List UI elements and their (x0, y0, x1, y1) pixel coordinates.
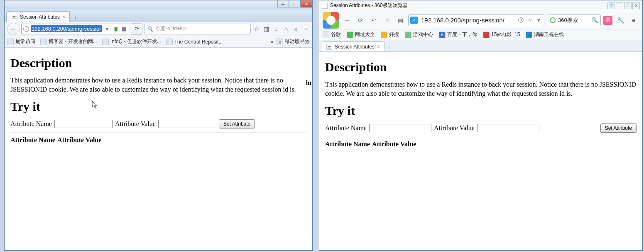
downloads-icon[interactable]: ↓ (272, 26, 280, 32)
bookmark-item[interactable]: 最常访问 (7, 38, 35, 45)
tab-close-icon[interactable]: × (62, 14, 65, 20)
window-controls: — □ ✕ (277, 0, 312, 7)
search-icon[interactable]: 🔍 (591, 17, 598, 23)
search-icon: 🔍 (147, 26, 153, 32)
menu-icon[interactable]: ≡ (302, 26, 310, 32)
bookmark-item[interactable]: ▯移动版书签 (277, 38, 310, 45)
bookmark-icon: B (439, 32, 446, 38)
skin-button[interactable]: 👕 (607, 2, 615, 9)
minimize-button[interactable]: — (616, 2, 623, 9)
tab-title: Session Attributes (335, 44, 375, 50)
col-name: Attribute Name (325, 141, 370, 148)
attr-name-label: Attribute Name (325, 124, 367, 132)
heading-description: Description (325, 60, 637, 74)
home-button[interactable]: ▤ (395, 15, 406, 26)
search-placeholder: 百度 <Ctrl+K> (155, 25, 186, 32)
tab-close-icon[interactable]: × (377, 44, 380, 50)
address-bar[interactable]: ✓ ⓔ ☆ ▾ (408, 15, 544, 26)
heading-description: Description (10, 56, 306, 70)
compat-icon[interactable]: ⓔ (517, 17, 524, 24)
bookmark-item[interactable]: B百度一下，你 (439, 31, 477, 38)
dropdown-icon[interactable]: ▾ (104, 26, 110, 32)
close-button[interactable]: ✕ (632, 2, 640, 9)
bookmark-icon (526, 32, 532, 38)
new-tab-button[interactable]: + (71, 14, 80, 22)
heading-tryit: Try it (10, 99, 306, 114)
bookmark-item[interactable]: 好搜 (381, 31, 399, 38)
toolbar-icons: ☆ ▥ ↓ ⌂ » ≡ (252, 26, 310, 32)
bookmark-item[interactable]: 游戏中心 (405, 31, 433, 38)
firefox-viewport: Description This application demonstrate… (5, 48, 312, 250)
search-box[interactable]: 🔍 百度 <Ctrl+K> (144, 24, 251, 34)
attr-name-label: Attribute Name (10, 120, 52, 128)
attribute-form: Attribute Name Attribute Value Set Attri… (10, 119, 306, 128)
attr-name-input[interactable] (54, 120, 113, 128)
qr-icon[interactable]: ▦ (120, 26, 127, 32)
new-tab-button[interactable]: + (385, 43, 394, 51)
window-title: Session Attributes - 360极速浏览器 (330, 2, 408, 9)
bookmark-overflow-icon[interactable]: » (270, 39, 273, 45)
overflow-icon[interactable]: » (292, 26, 300, 32)
attr-value-input[interactable] (158, 120, 216, 128)
attr-value-input[interactable] (477, 124, 539, 132)
reload-button[interactable]: ⟳ (355, 15, 366, 26)
b360-toolbar: ← ⟳ ↶ ☆ ▤ ✓ ⓔ ☆ ▾ 360搜索 🔍 票 🔧 ≡ (319, 11, 642, 29)
dropdown-icon[interactable]: ▾ (535, 17, 542, 23)
bookmark-item[interactable]: 湖南卫视在线 (526, 31, 564, 38)
ticket-badge[interactable]: 票 (603, 16, 612, 25)
table-header: Attribute Name Attribute Value (325, 141, 637, 148)
bookmark-item[interactable]: 博客园 - 开发者的网... (40, 38, 97, 45)
firefox-titlebar: — □ ✕ (5, 0, 312, 10)
col-value: Attribute Value (372, 141, 416, 148)
browser-tab[interactable]: ☕ Session Attributes × (6, 11, 70, 22)
attr-value-label: Attribute Value (115, 120, 156, 128)
attr-name-input[interactable] (369, 124, 431, 132)
shield-icon[interactable]: ▣ (112, 26, 119, 32)
undo-button[interactable]: ↶ (368, 15, 379, 26)
maximize-button[interactable]: □ (289, 0, 301, 7)
window-controls: 👕 — □ ✕ (607, 2, 640, 9)
url-input[interactable] (420, 16, 514, 24)
bookmark-item[interactable]: 谷歌 (323, 31, 341, 38)
search-engine-icon (550, 17, 556, 23)
col-name: Attribute Name (10, 136, 55, 143)
bookmark-star-icon[interactable]: ☆ (526, 17, 534, 23)
browser-tab[interactable]: ☕ Session Attributes × (322, 41, 384, 51)
separator (325, 137, 637, 137)
truncated-text: lu (306, 79, 311, 87)
favicon-icon: ☕ (11, 14, 17, 20)
attr-value-label: Attribute Value (434, 124, 475, 132)
browser-logo-icon[interactable] (323, 12, 339, 29)
search-box[interactable]: 360搜索 🔍 (547, 15, 601, 26)
bookmark-icon (405, 32, 411, 38)
security-shield-icon[interactable]: ✓ (410, 17, 418, 24)
bookmark-item[interactable]: The Central Reposit... (166, 39, 223, 45)
bookmark-icon (347, 32, 353, 38)
url-input[interactable] (31, 25, 102, 32)
bookmark-item[interactable]: 15yc电影_15 (483, 31, 520, 38)
maximize-button[interactable]: □ (624, 2, 632, 9)
close-button[interactable]: ✕ (301, 0, 312, 7)
firefox-tabstrip: ☕ Session Attributes × + (5, 10, 312, 22)
attribute-form: Attribute Name Attribute Value Set Attri… (325, 124, 637, 133)
description-text: This application demonstrates how to use… (325, 80, 637, 98)
extension-icon[interactable]: 🔧 (615, 15, 626, 26)
bookmark-icon (40, 39, 47, 45)
set-attribute-button[interactable]: Set Attribute (600, 124, 637, 133)
favorite-button[interactable]: ☆ (382, 15, 392, 26)
tab-title: Session Attributes (20, 14, 60, 20)
reload-button[interactable]: ⟳ (131, 23, 142, 35)
bookmark-item[interactable]: InfoQ - 促进软件开发... (102, 38, 161, 45)
bookmark-star-icon[interactable]: ☆ (252, 26, 260, 32)
bookmark-icon (483, 32, 490, 38)
back-button[interactable]: ← (342, 15, 353, 26)
home-icon[interactable]: ⌂ (282, 26, 290, 32)
set-attribute-button[interactable]: Set Attribute (219, 119, 255, 128)
bookmark-item[interactable]: 网址大全 (347, 31, 375, 38)
back-button[interactable]: ← (7, 23, 20, 35)
library-icon[interactable]: ▥ (262, 26, 270, 32)
site-info-icon[interactable]: i (23, 26, 29, 32)
address-bar[interactable]: i ▾ ▣ ▦ (21, 24, 129, 34)
menu-icon[interactable]: ≡ (628, 15, 639, 26)
minimize-button[interactable]: — (277, 0, 289, 7)
